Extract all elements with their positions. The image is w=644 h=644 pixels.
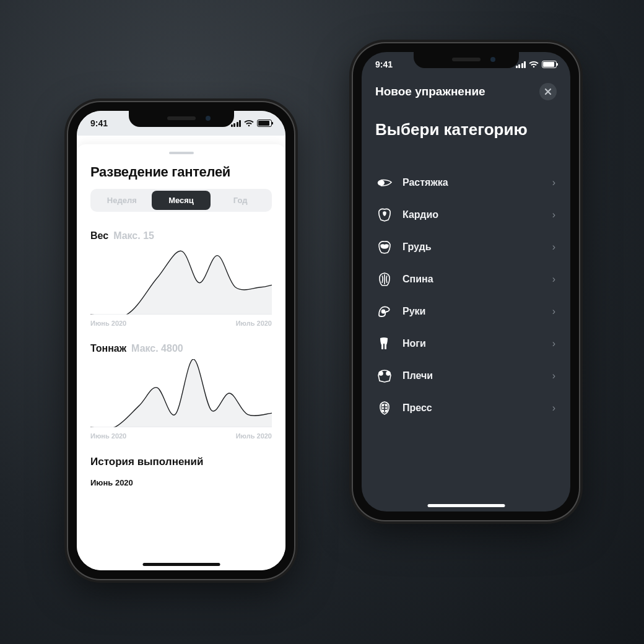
close-icon (544, 88, 552, 95)
chevron-right-icon: › (552, 402, 555, 414)
notch (414, 52, 519, 68)
category-label: Ноги (402, 338, 542, 349)
history-title: История выполнений (90, 456, 272, 468)
chevron-right-icon: › (552, 370, 555, 381)
category-row-Плечи[interactable]: Плечи› (375, 360, 557, 392)
back-icon (376, 272, 393, 287)
chevron-right-icon: › (552, 274, 555, 285)
chart-xaxis: Июнь 2020 Июль 2020 (90, 320, 272, 327)
chevron-right-icon: › (552, 209, 555, 220)
x-end: Июль 2020 (236, 432, 272, 440)
modal-title: Новое упражнение (375, 85, 485, 98)
category-row-Грудь[interactable]: Грудь› (375, 231, 557, 263)
tonnage-chart (90, 359, 272, 427)
history-date: Июнь 2020 (90, 478, 272, 487)
status-time: 9:41 (90, 118, 108, 128)
legs-icon (376, 336, 393, 351)
chevron-right-icon: › (552, 242, 555, 253)
phone-mock-left: 9:41 Разведение гантелей НеделяМесяцГод … (68, 102, 294, 579)
home-indicator[interactable] (427, 504, 505, 507)
status-time: 9:41 (375, 59, 393, 69)
segment-Месяц[interactable]: Месяц (152, 191, 211, 210)
chart-max: Макс. 15 (113, 230, 154, 242)
category-list: Растяжка›Кардио›Грудь›Спина›Руки›Ноги›Пл… (375, 167, 557, 424)
category-row-Спина[interactable]: Спина› (375, 263, 557, 295)
x-start: Июнь 2020 (90, 320, 126, 327)
screen-left: 9:41 Разведение гантелей НеделяМесяцГод … (77, 111, 285, 570)
chart-header-weight: Вес Макс. 15 (90, 230, 272, 242)
chevron-right-icon: › (552, 306, 555, 317)
page-title: Выбери категорию (375, 120, 557, 139)
wifi-icon (529, 61, 539, 68)
phone-mock-right: 9:41 Новое упражнение Выбери категорию Р… (353, 43, 579, 520)
sheet-handle[interactable] (169, 152, 194, 154)
home-indicator[interactable] (142, 563, 220, 566)
range-segmented-control[interactable]: НеделяМесяцГод (90, 189, 272, 212)
shoulders-icon (376, 368, 393, 383)
svg-point-5 (386, 372, 390, 375)
category-label: Кардио (402, 209, 542, 220)
category-label: Плечи (402, 370, 542, 381)
weight-chart (90, 246, 272, 315)
wifi-icon (244, 120, 254, 127)
notch (129, 111, 234, 127)
arm-icon (376, 304, 393, 319)
chevron-right-icon: › (552, 177, 555, 188)
screen-right: 9:41 Новое упражнение Выбери категорию Р… (362, 52, 570, 511)
chest-icon (376, 240, 393, 255)
category-label: Спина (402, 274, 542, 285)
chevron-right-icon: › (552, 338, 555, 349)
chart-xaxis: Июнь 2020 Июль 2020 (90, 432, 272, 440)
category-label: Руки (402, 306, 542, 317)
category-row-Растяжка[interactable]: Растяжка› (375, 167, 557, 199)
category-label: Пресс (402, 402, 542, 414)
battery-icon (257, 120, 272, 127)
segment-Неделя[interactable]: Неделя (92, 191, 152, 210)
abs-icon (376, 401, 393, 416)
category-label: Растяжка (402, 177, 542, 188)
chart-header-tonnage: Тоннаж Макс. 4800 (90, 343, 272, 354)
mat-icon (376, 175, 393, 190)
chart-label: Вес (90, 230, 108, 242)
cardio-icon (376, 207, 393, 222)
category-row-Пресс[interactable]: Пресс› (375, 392, 557, 424)
category-row-Ноги[interactable]: Ноги› (375, 328, 557, 360)
chart-label: Тоннаж (90, 343, 126, 354)
chart-max: Макс. 4800 (131, 343, 183, 354)
x-end: Июль 2020 (236, 320, 272, 327)
category-row-Руки[interactable]: Руки› (375, 295, 557, 328)
category-row-Кардио[interactable]: Кардио› (375, 199, 557, 231)
close-button[interactable] (539, 83, 557, 100)
svg-point-4 (379, 372, 383, 375)
sheet: Разведение гантелей НеделяМесяцГод Вес М… (77, 144, 285, 570)
battery-icon (542, 61, 557, 68)
segment-Год[interactable]: Год (211, 191, 270, 210)
dark-content: Новое упражнение Выбери категорию Растяж… (362, 52, 570, 511)
svg-point-3 (382, 310, 385, 313)
category-label: Грудь (402, 242, 542, 253)
exercise-title: Разведение гантелей (90, 164, 272, 180)
x-start: Июнь 2020 (90, 432, 126, 440)
